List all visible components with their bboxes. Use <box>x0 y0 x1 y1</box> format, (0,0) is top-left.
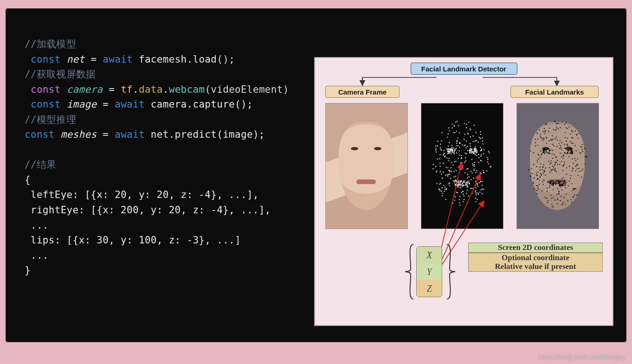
svg-point-390 <box>441 150 442 151</box>
svg-point-261 <box>461 163 462 164</box>
detector-label: Facial Landmark Detector <box>421 65 506 72</box>
svg-point-343 <box>458 180 459 181</box>
svg-point-535 <box>548 161 549 162</box>
code-op: = <box>84 54 103 65</box>
svg-point-110 <box>473 188 474 189</box>
svg-point-731 <box>545 149 546 150</box>
svg-point-385 <box>458 185 459 185</box>
svg-point-750 <box>556 127 557 128</box>
svg-point-543 <box>561 161 562 162</box>
svg-point-232 <box>439 154 440 155</box>
svg-point-400 <box>452 165 453 166</box>
code-keyword: const <box>31 84 61 95</box>
svg-point-380 <box>462 165 463 166</box>
svg-point-277 <box>460 162 461 163</box>
svg-point-700 <box>563 155 564 156</box>
camera-frame-label: Camera Frame <box>325 86 400 98</box>
svg-point-23 <box>466 168 467 169</box>
svg-point-391 <box>467 133 468 134</box>
svg-point-780 <box>572 190 573 191</box>
svg-point-508 <box>582 169 583 170</box>
svg-point-553 <box>566 173 567 174</box>
svg-point-27 <box>432 168 433 169</box>
svg-point-296 <box>439 158 440 159</box>
svg-point-228 <box>478 179 479 179</box>
svg-point-82 <box>471 179 471 180</box>
svg-point-226 <box>474 153 475 153</box>
svg-point-550 <box>555 121 556 122</box>
svg-point-448 <box>560 127 561 128</box>
svg-point-829 <box>562 185 563 186</box>
svg-point-858 <box>552 183 553 184</box>
svg-point-44 <box>449 142 450 143</box>
svg-point-666 <box>549 185 550 186</box>
svg-point-655 <box>566 148 567 149</box>
svg-point-751 <box>576 165 577 166</box>
svg-point-510 <box>575 188 576 189</box>
svg-point-838 <box>556 171 557 172</box>
svg-point-714 <box>572 150 573 151</box>
svg-point-536 <box>566 127 567 128</box>
svg-point-483 <box>540 173 541 174</box>
svg-point-409 <box>475 187 476 188</box>
svg-point-776 <box>572 153 573 154</box>
svg-point-145 <box>468 176 469 177</box>
svg-point-828 <box>547 147 548 148</box>
svg-point-375 <box>443 172 444 172</box>
svg-point-298 <box>456 185 457 186</box>
svg-point-504 <box>541 174 542 175</box>
slide: //加载模型 const net = await facemesh.load()… <box>6 8 626 342</box>
svg-point-352 <box>478 154 479 155</box>
svg-point-473 <box>557 123 558 124</box>
svg-point-231 <box>444 191 445 192</box>
svg-point-338 <box>489 152 490 153</box>
svg-point-585 <box>566 122 567 123</box>
svg-point-242 <box>455 176 456 177</box>
svg-point-365 <box>479 192 480 192</box>
svg-point-713 <box>573 143 574 144</box>
svg-point-748 <box>581 149 582 150</box>
svg-point-120 <box>466 153 467 154</box>
svg-point-452 <box>546 151 547 152</box>
svg-point-792 <box>549 140 550 141</box>
svg-point-737 <box>551 204 552 205</box>
svg-point-460 <box>536 185 537 186</box>
svg-point-433 <box>567 128 568 129</box>
svg-point-345 <box>449 170 450 171</box>
svg-point-369 <box>440 183 441 184</box>
svg-point-615 <box>560 145 561 146</box>
code-identifier: meshes <box>61 129 97 140</box>
svg-point-611 <box>551 170 552 171</box>
svg-point-744 <box>573 163 574 164</box>
svg-point-437 <box>554 121 555 121</box>
svg-point-129 <box>480 172 481 173</box>
svg-point-685 <box>563 202 564 203</box>
svg-point-772 <box>544 152 545 153</box>
svg-point-810 <box>569 166 570 167</box>
svg-point-17 <box>447 137 448 138</box>
svg-point-218 <box>458 199 459 200</box>
svg-point-53 <box>471 151 472 152</box>
svg-point-606 <box>553 197 554 198</box>
svg-point-624 <box>557 188 558 189</box>
code-identifier: net <box>67 54 85 65</box>
coord-x: X <box>417 247 442 263</box>
svg-point-783 <box>580 153 581 153</box>
svg-point-381 <box>467 181 468 182</box>
svg-point-79 <box>472 163 473 164</box>
svg-point-635 <box>548 182 549 183</box>
code-ns: tf <box>121 84 133 95</box>
svg-point-857 <box>580 146 581 147</box>
svg-point-562 <box>549 172 550 173</box>
svg-point-739 <box>536 133 537 134</box>
svg-point-496 <box>542 138 542 139</box>
svg-point-787 <box>556 136 557 137</box>
svg-point-855 <box>571 148 572 149</box>
svg-point-757 <box>574 194 575 195</box>
svg-point-755 <box>538 159 539 160</box>
svg-point-28 <box>439 190 440 191</box>
code-dot: . <box>163 84 169 95</box>
svg-point-297 <box>475 190 476 191</box>
watermark: https://blog.csdn.net/lilongsy <box>538 353 626 360</box>
svg-point-81 <box>449 158 450 159</box>
